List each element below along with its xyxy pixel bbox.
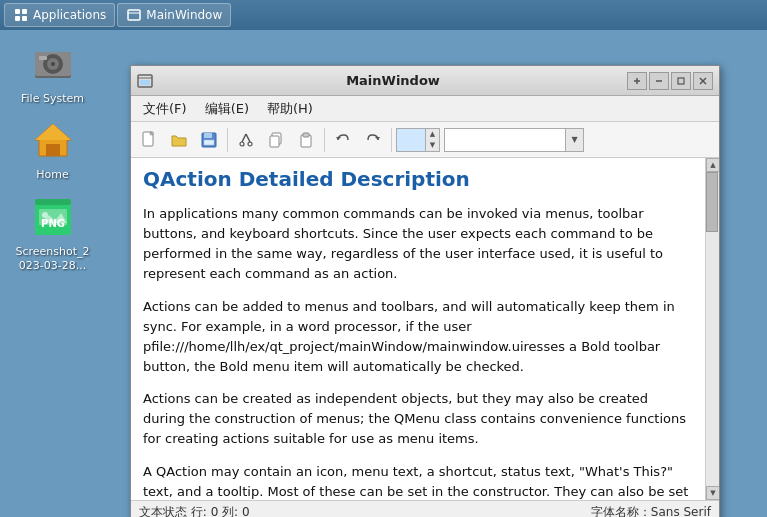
font-size-input[interactable]: 16 (397, 129, 425, 151)
mainwindow-icon (126, 7, 142, 23)
scroll-down-arrow[interactable]: ▼ (706, 486, 719, 500)
content-area: QAction Detailed Description In applicat… (131, 158, 719, 500)
svg-point-38 (240, 142, 244, 146)
svg-line-37 (246, 134, 250, 142)
save-button[interactable] (195, 126, 223, 154)
font-size-spinners: ▲ ▼ (425, 129, 439, 151)
title-window-icon (137, 73, 153, 89)
svg-rect-34 (204, 133, 212, 138)
svg-rect-28 (678, 78, 684, 84)
font-size-down[interactable]: ▼ (425, 140, 439, 151)
menu-help[interactable]: 帮助(H) (259, 98, 321, 120)
status-right: 字体名称：Sans Serif (591, 504, 711, 517)
font-family-control[interactable]: Sans Serif ▼ (444, 128, 584, 152)
mainwindow-label: MainWindow (146, 8, 222, 22)
window-close-button[interactable] (693, 72, 713, 90)
svg-rect-11 (39, 56, 47, 60)
svg-rect-17 (35, 199, 71, 205)
redo-button[interactable] (359, 126, 387, 154)
content-para-3: Actions can be created as independent ob… (143, 389, 693, 449)
svg-rect-41 (270, 136, 279, 147)
content-para-1: In applications many common commands can… (143, 204, 693, 285)
svg-rect-4 (128, 10, 140, 20)
svg-rect-43 (303, 133, 309, 137)
applications-label: Applications (33, 8, 106, 22)
svg-point-39 (248, 142, 252, 146)
window-title: MainWindow (159, 73, 627, 88)
paste-button[interactable] (292, 126, 320, 154)
filesystem-icon (29, 40, 77, 88)
status-left: 文本状态 行: 0 列: 0 (139, 504, 591, 517)
svg-line-36 (242, 134, 246, 142)
home-icon (29, 116, 77, 164)
svg-rect-14 (46, 144, 60, 156)
toolbar-separator-3 (391, 128, 392, 152)
open-button[interactable] (165, 126, 193, 154)
menu-edit[interactable]: 编辑(E) (197, 98, 257, 120)
filesystem-label: File System (21, 92, 84, 106)
new-button[interactable] (135, 126, 163, 154)
font-family-dropdown-arrow[interactable]: ▼ (565, 129, 583, 151)
scrollbar[interactable]: ▲ ▼ (705, 158, 719, 500)
toolbar-separator-1 (227, 128, 228, 152)
toolbar-separator-2 (324, 128, 325, 152)
copy-button[interactable] (262, 126, 290, 154)
main-window: MainWindow (130, 65, 720, 517)
scroll-thumb[interactable] (706, 172, 718, 232)
home-label: Home (36, 168, 68, 182)
title-bar: MainWindow (131, 66, 719, 96)
applications-icon (13, 7, 29, 23)
window-pin-button[interactable] (627, 72, 647, 90)
svg-marker-15 (35, 124, 71, 140)
taskbar-item-applications[interactable]: Applications (4, 3, 115, 27)
svg-rect-24 (140, 80, 150, 85)
font-family-input[interactable]: Sans Serif (445, 129, 565, 151)
scroll-up-arrow[interactable]: ▲ (706, 158, 719, 172)
content-para-4: A QAction may contain an icon, menu text… (143, 462, 693, 500)
toolbar: 16 ▲ ▼ Sans Serif ▼ (131, 122, 719, 158)
status-bar: 文本状态 行: 0 列: 0 字体名称：Sans Serif (131, 500, 719, 517)
screenshot-icon: PNG (29, 193, 77, 241)
menu-file[interactable]: 文件(F) (135, 98, 195, 120)
svg-rect-2 (15, 16, 20, 21)
svg-rect-3 (22, 16, 27, 21)
content-heading: QAction Detailed Description (143, 166, 693, 192)
desktop-icon-home[interactable]: Home (15, 116, 90, 182)
window-minimize-button[interactable] (649, 72, 669, 90)
undo-button[interactable] (329, 126, 357, 154)
desktop-icon-screenshot[interactable]: PNG Screenshot_2023-03-28... (15, 193, 90, 274)
svg-rect-1 (22, 9, 27, 14)
menu-bar: 文件(F) 编辑(E) 帮助(H) (131, 96, 719, 122)
svg-rect-0 (15, 9, 20, 14)
cut-button[interactable] (232, 126, 260, 154)
desktop-icon-filesystem[interactable]: File System (15, 40, 90, 106)
font-size-up[interactable]: ▲ (425, 129, 439, 140)
scroll-track[interactable] (706, 172, 719, 486)
text-area[interactable]: QAction Detailed Description In applicat… (131, 158, 705, 500)
svg-rect-35 (204, 140, 214, 145)
screenshot-label: Screenshot_2023-03-28... (15, 245, 90, 274)
desktop: File System Home PNG Screenshot_2023-03-… (0, 30, 767, 517)
window-maximize-button[interactable] (671, 72, 691, 90)
font-size-control[interactable]: 16 ▲ ▼ (396, 128, 440, 152)
content-para-2: Actions can be added to menus and toolba… (143, 297, 693, 378)
taskbar-item-mainwindow[interactable]: MainWindow (117, 3, 231, 27)
svg-point-10 (51, 62, 55, 66)
window-controls (627, 72, 713, 90)
taskbar: Applications MainWindow (0, 0, 767, 30)
